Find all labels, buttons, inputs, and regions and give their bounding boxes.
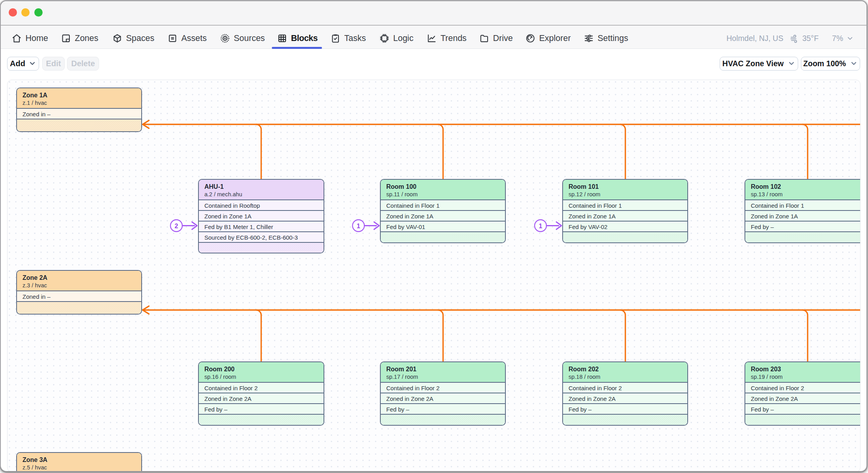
svg-text:1: 1 xyxy=(539,222,542,229)
svg-text:2: 2 xyxy=(174,222,178,229)
svg-text:1: 1 xyxy=(357,222,360,229)
